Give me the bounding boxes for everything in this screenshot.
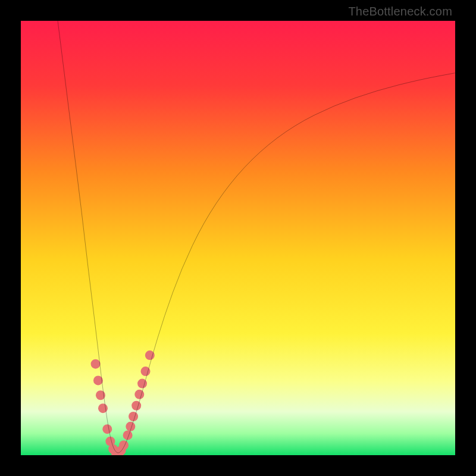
data-marker [98, 403, 108, 413]
data-marker [126, 422, 135, 431]
bottleneck-curve [58, 21, 455, 453]
data-marker [123, 430, 133, 440]
data-marker [134, 390, 144, 399]
data-marker [145, 350, 155, 360]
chart-container: TheBottleneck.com [0, 0, 476, 476]
data-marker [131, 401, 141, 411]
data-marker [129, 412, 138, 421]
plot-area [21, 21, 455, 455]
watermark-text: TheBottleneck.com [348, 5, 452, 18]
data-marker [91, 359, 101, 369]
data-marker [96, 390, 105, 400]
curve-layer [21, 21, 455, 455]
data-marker [102, 424, 112, 434]
data-markers [91, 350, 155, 455]
data-marker [119, 440, 129, 450]
